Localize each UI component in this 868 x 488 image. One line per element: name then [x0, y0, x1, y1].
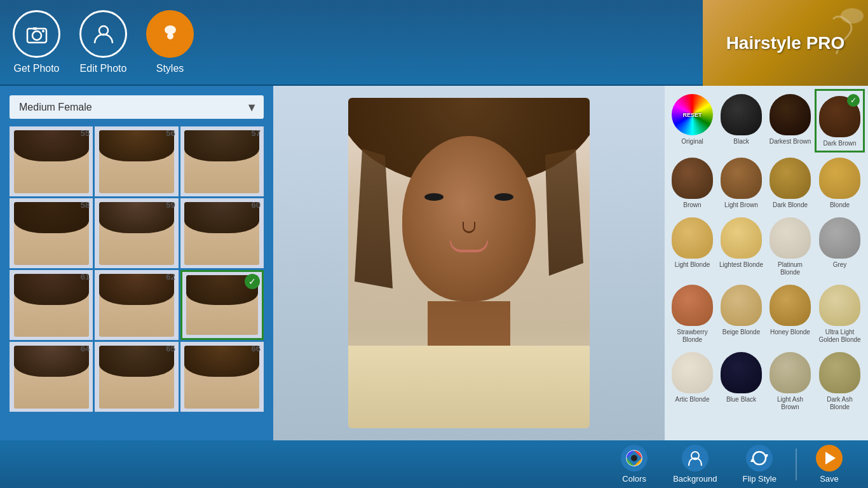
color-swatch-light-blonde[interactable]: Light Blonde — [668, 212, 717, 280]
color-swatch-dark-blonde[interactable]: Dark Blonde — [766, 152, 815, 212]
style-item-56[interactable]: 56 — [95, 126, 178, 196]
color-swatch-ultra-light-golden[interactable]: Ultra Light Golden Blonde — [815, 280, 865, 347]
swatch-color-light-blonde — [672, 217, 713, 259]
swatch-color-platinum-blonde — [770, 217, 811, 259]
save-button[interactable]: Save — [803, 442, 855, 487]
color-swatch-grey[interactable]: Grey — [815, 212, 865, 280]
swatch-checkmark-dark-brown: ✓ — [847, 94, 860, 107]
colors-button[interactable]: Colors — [608, 442, 660, 487]
thumb-hair-65 — [99, 346, 174, 377]
right-eye — [494, 193, 513, 201]
swatch-color-ultra-light-golden — [819, 285, 860, 326]
color-swatch-dark-ash-blonde[interactable]: Dark Ash Blonde — [815, 347, 865, 414]
background-icon — [682, 445, 709, 471]
style-thumbnail-61 — [14, 274, 89, 337]
color-swatch-light-ash-brown[interactable]: Light Ash Brown — [766, 347, 815, 414]
style-item-60[interactable]: 60 — [180, 198, 264, 268]
svg-point-1 — [32, 31, 41, 40]
style-thumbnail-56 — [99, 130, 174, 193]
save-icon — [816, 445, 843, 471]
color-swatch-blue-black[interactable]: Blue Black — [717, 347, 766, 414]
swatch-color-darkest-brown — [770, 94, 811, 135]
swatch-label-light-brown: Light Brown — [724, 201, 758, 209]
style-thumbnail-66 — [184, 346, 259, 409]
swatch-color-dark-blonde — [770, 158, 811, 199]
style-item-65[interactable]: 65 — [95, 342, 178, 412]
thumb-hair-66 — [184, 346, 259, 377]
color-swatch-artic-blonde[interactable]: Artic Blonde — [668, 347, 717, 414]
style-thumbnail-59 — [99, 202, 174, 265]
swatch-color-light-ash-brown — [770, 352, 811, 393]
style-number-61: 61 — [81, 272, 90, 281]
style-thumbnail-60 — [184, 202, 259, 265]
swatch-color-reset: RESET — [672, 94, 713, 135]
colors-icon — [621, 445, 648, 471]
top-nav-bar: Get Photo Edit Photo Styles — [0, 0, 868, 86]
style-thumbnail-65 — [99, 346, 174, 409]
center-panel — [273, 86, 665, 440]
color-swatch-lightest-blonde[interactable]: Lightest Blonde — [717, 212, 766, 280]
nav-get-photo[interactable]: Get Photo — [13, 10, 60, 74]
style-item-63[interactable]: 63✓ — [180, 270, 264, 340]
style-category-dropdown[interactable]: Medium Female Short Female Long Female S… — [10, 95, 264, 119]
nav-edit-photo[interactable]: Edit Photo — [79, 10, 127, 74]
swatch-label-blue-black: Blue Black — [726, 396, 756, 403]
color-swatch-dark-brown[interactable]: Dark Brown✓ — [815, 89, 865, 152]
color-swatch-black[interactable]: Black — [717, 89, 766, 152]
style-item-55[interactable]: 55 — [10, 126, 93, 196]
swatch-label-ultra-light-golden: Ultra Light Golden Blonde — [817, 329, 862, 344]
swatch-color-brown — [672, 158, 713, 199]
swatch-color-blonde — [819, 158, 860, 199]
style-item-58[interactable]: 58 — [10, 198, 93, 268]
svg-point-6 — [165, 25, 176, 34]
color-swatch-platinum-blonde[interactable]: Platinum Blonde — [766, 212, 815, 280]
color-swatch-brown[interactable]: Brown — [668, 152, 717, 212]
color-grid: RESETOriginalBlackDarkest BrownDark Brow… — [668, 89, 865, 414]
color-swatch-light-brown[interactable]: Light Brown — [717, 152, 766, 212]
style-item-62[interactable]: 62 — [95, 270, 178, 340]
left-panel: Medium Female Short Female Long Female S… — [0, 86, 273, 440]
edit-photo-label: Edit Photo — [80, 63, 127, 74]
style-number-60: 60 — [252, 200, 261, 210]
style-item-64[interactable]: 64 — [10, 342, 93, 412]
flip-style-button[interactable]: Flip Style — [730, 442, 789, 487]
background-label: Background — [673, 474, 717, 484]
color-swatch-strawberry-blonde[interactable]: Strawberry Blonde — [668, 280, 717, 347]
style-item-61[interactable]: 61 — [10, 270, 93, 340]
style-item-57[interactable]: 57 — [180, 126, 264, 196]
style-item-59[interactable]: 59 — [95, 198, 178, 268]
swatch-label-lightest-blonde: Lightest Blonde — [719, 261, 763, 269]
swatch-label-brown: Brown — [683, 201, 701, 209]
svg-point-10 — [631, 455, 637, 461]
bottom-bar: Colors Background Flip Style — [0, 440, 868, 488]
style-item-66[interactable]: 66 — [180, 342, 264, 412]
swatch-label-dark-ash-blonde: Dark Ash Blonde — [817, 396, 862, 411]
color-swatch-honey-blonde[interactable]: Honey Blonde — [766, 280, 815, 347]
hairstyle-icon — [146, 10, 194, 58]
portrait-container — [348, 98, 590, 428]
swatch-color-strawberry-blonde — [672, 285, 713, 326]
swatch-color-light-brown — [721, 158, 762, 199]
style-number-55: 55 — [81, 128, 90, 138]
style-thumbnail-58 — [14, 202, 89, 265]
color-swatch-darkest-brown[interactable]: Darkest Brown — [766, 89, 815, 152]
style-number-64: 64 — [81, 344, 90, 353]
swatch-color-black — [721, 94, 762, 135]
color-swatch-reset[interactable]: RESETOriginal — [668, 89, 717, 152]
style-thumbnail-64 — [14, 346, 89, 409]
flip-style-icon — [746, 445, 773, 471]
nav-styles[interactable]: Styles — [146, 10, 194, 74]
style-number-56: 56 — [166, 128, 175, 138]
color-swatch-beige-blonde[interactable]: Beige Blonde — [717, 280, 766, 347]
mouth — [450, 241, 488, 252]
style-thumbnail-55 — [14, 130, 89, 193]
swatch-label-grey: Grey — [833, 261, 847, 269]
background-button[interactable]: Background — [660, 442, 729, 487]
color-swatch-blonde[interactable]: Blonde — [815, 152, 865, 212]
style-number-65: 65 — [166, 344, 175, 353]
svg-rect-2 — [33, 27, 37, 30]
thumb-hair-58 — [14, 202, 89, 234]
swatch-label-darkest-brown: Darkest Brown — [770, 138, 811, 146]
thumb-hair-57 — [184, 130, 259, 162]
app-logo: Hairstyle PRO — [703, 0, 868, 86]
